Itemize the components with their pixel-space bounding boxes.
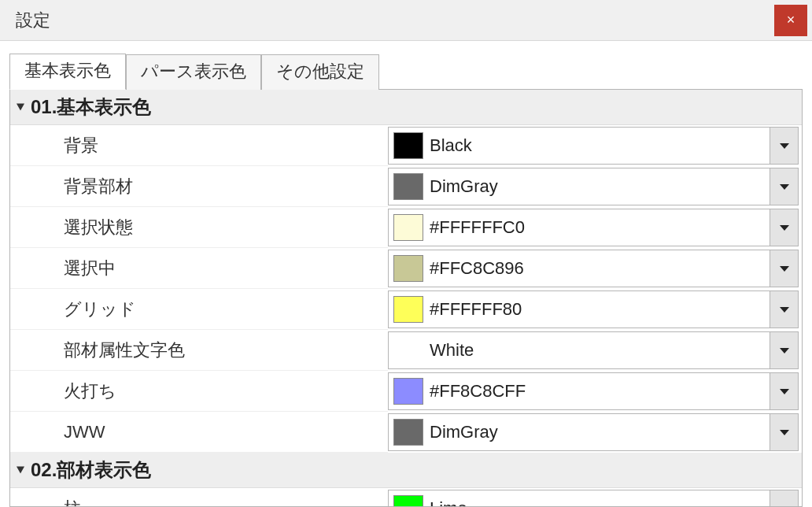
color-picker-pillar[interactable]: Lime — [388, 490, 799, 507]
row-selected-state: 選択状態 #FFFFFFC0 — [10, 207, 802, 248]
titlebar: 設定 × — [0, 0, 812, 41]
content-area: 基本表示色 パース表示色 その他設定 01.基本表示色 背景 Black 背景部… — [0, 41, 812, 507]
color-value: #FF8C8CFF — [430, 373, 770, 409]
color-value: #FFFFFFC0 — [430, 209, 770, 246]
color-swatch — [393, 214, 423, 241]
dropdown-button[interactable] — [770, 332, 798, 368]
dropdown-button[interactable] — [770, 250, 798, 287]
chevron-down-icon — [17, 467, 24, 474]
color-value: Black — [430, 128, 770, 164]
color-value: DimGray — [430, 168, 770, 205]
row-hiuchi: 火打ち #FF8C8CFF — [10, 371, 802, 412]
row-label: 火打ち — [10, 371, 388, 412]
color-value: White — [430, 332, 770, 368]
chevron-down-icon — [780, 184, 789, 190]
color-picker-member-attr-text[interactable]: White — [388, 331, 799, 369]
color-picker-hiuchi[interactable]: #FF8C8CFF — [388, 372, 799, 410]
row-label: 背景 — [10, 125, 388, 166]
row-background: 背景 Black — [10, 125, 802, 166]
tab-label: 基本表示色 — [24, 61, 111, 80]
group-title: 01.基本表示色 — [31, 96, 151, 117]
tab-label: パース表示色 — [141, 61, 246, 81]
color-swatch — [393, 132, 423, 159]
row-jww: JWW DimGray — [10, 412, 802, 453]
chevron-down-icon — [17, 104, 24, 111]
group-header-basic-colors[interactable]: 01.基本表示色 — [10, 90, 802, 125]
row-label: 選択中 — [10, 248, 388, 289]
row-label: JWW — [10, 412, 388, 453]
row-label: 背景部材 — [10, 166, 388, 207]
color-swatch — [393, 378, 423, 405]
color-value: Lime — [430, 490, 770, 507]
row-label: 柱 — [10, 488, 388, 507]
chevron-down-icon — [780, 307, 789, 313]
row-member-attr-text-color: 部材属性文字色 White — [10, 330, 802, 371]
chevron-down-icon — [780, 266, 789, 272]
dropdown-button[interactable] — [770, 128, 798, 164]
tab-perspective-colors[interactable]: パース表示色 — [126, 54, 261, 90]
dropdown-button[interactable] — [770, 168, 798, 205]
chevron-down-icon — [780, 430, 789, 435]
close-button[interactable]: × — [774, 5, 807, 36]
window-title: 設定 — [16, 9, 50, 32]
row-label: 選択状態 — [10, 207, 388, 248]
color-picker-jww[interactable]: DimGray — [388, 413, 799, 451]
row-grid: グリッド #FFFFFF80 — [10, 289, 802, 330]
color-picker-grid[interactable]: #FFFFFF80 — [388, 291, 799, 328]
row-label: グリッド — [10, 289, 388, 330]
row-pillar: 柱 Lime — [10, 488, 802, 507]
chevron-down-icon — [780, 143, 789, 149]
settings-panel[interactable]: 01.基本表示色 背景 Black 背景部材 DimGray 選択状態 #FFF… — [9, 90, 803, 507]
dropdown-button[interactable] — [770, 209, 798, 246]
row-label: 部材属性文字色 — [10, 330, 388, 371]
group-header-member-colors[interactable]: 02.部材表示色 — [10, 453, 802, 488]
color-swatch — [393, 419, 423, 446]
color-picker-background-member[interactable]: DimGray — [388, 168, 799, 205]
color-picker-selected-state[interactable]: #FFFFFFC0 — [388, 209, 799, 246]
tab-label: その他設定 — [276, 61, 364, 81]
color-swatch — [393, 255, 423, 282]
color-swatch — [393, 173, 423, 200]
tab-strip: 基本表示色 パース表示色 その他設定 — [9, 55, 803, 90]
dropdown-button[interactable] — [770, 490, 798, 507]
tab-other-settings[interactable]: その他設定 — [261, 54, 379, 90]
dropdown-button[interactable] — [770, 373, 798, 409]
color-picker-selecting[interactable]: #FFC8C896 — [388, 250, 799, 287]
tab-basic-colors[interactable]: 基本表示色 — [9, 54, 126, 90]
close-icon: × — [787, 12, 795, 28]
group-title: 02.部材表示色 — [31, 459, 151, 480]
color-value: #FFC8C896 — [430, 250, 770, 287]
chevron-down-icon — [780, 348, 789, 353]
color-swatch — [393, 495, 423, 507]
row-selecting: 選択中 #FFC8C896 — [10, 248, 802, 289]
row-background-member: 背景部材 DimGray — [10, 166, 802, 207]
dropdown-button[interactable] — [770, 291, 798, 328]
color-swatch — [393, 296, 423, 323]
color-value: DimGray — [430, 414, 770, 450]
color-value: #FFFFFF80 — [430, 291, 770, 328]
chevron-down-icon — [780, 225, 789, 231]
color-picker-background[interactable]: Black — [388, 127, 799, 165]
chevron-down-icon — [780, 389, 789, 394]
dropdown-button[interactable] — [770, 414, 798, 450]
